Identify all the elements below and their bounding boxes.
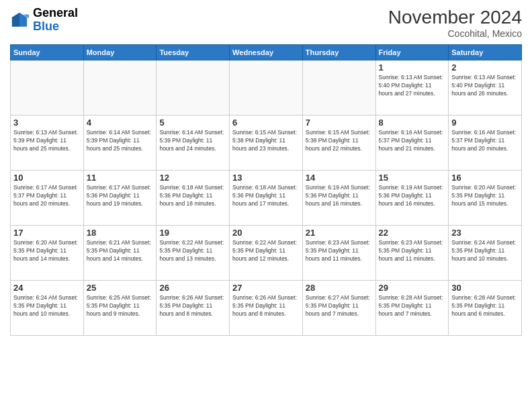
- day-cell: 2Sunrise: 6:13 AM Sunset: 5:40 PM Daylig…: [449, 60, 522, 116]
- day-cell: 17Sunrise: 6:20 AM Sunset: 5:35 PM Dayli…: [11, 226, 84, 281]
- header-thursday: Thursday: [302, 45, 375, 60]
- day-info: Sunrise: 6:22 AM Sunset: 5:35 PM Dayligh…: [159, 239, 226, 263]
- day-cell: 19Sunrise: 6:22 AM Sunset: 5:35 PM Dayli…: [157, 226, 230, 281]
- day-info: Sunrise: 6:26 AM Sunset: 5:35 PM Dayligh…: [159, 294, 226, 318]
- day-cell: 28Sunrise: 6:27 AM Sunset: 5:35 PM Dayli…: [302, 281, 375, 336]
- day-number: 7: [306, 118, 373, 128]
- day-number: 15: [379, 173, 446, 183]
- day-cell: 26Sunrise: 6:26 AM Sunset: 5:35 PM Dayli…: [157, 281, 230, 336]
- day-cell: 1Sunrise: 6:13 AM Sunset: 5:40 PM Daylig…: [375, 60, 449, 116]
- header-wednesday: Wednesday: [230, 45, 303, 60]
- page: General Blue November 2024 Cocohital, Me…: [0, 0, 532, 411]
- day-number: 22: [379, 228, 446, 238]
- title-section: November 2024 Cocohital, Mexico: [388, 7, 522, 39]
- logo-general: General: [33, 7, 78, 20]
- day-cell: [11, 60, 84, 116]
- day-number: 2: [451, 62, 519, 73]
- day-info: Sunrise: 6:27 AM Sunset: 5:35 PM Dayligh…: [306, 294, 373, 318]
- day-cell: [302, 60, 375, 116]
- day-cell: 22Sunrise: 6:23 AM Sunset: 5:35 PM Dayli…: [375, 226, 449, 281]
- day-number: 6: [232, 118, 300, 128]
- day-cell: 20Sunrise: 6:22 AM Sunset: 5:35 PM Dayli…: [230, 226, 303, 281]
- day-number: 27: [232, 283, 300, 293]
- day-number: 11: [87, 173, 154, 183]
- header-row: SundayMondayTuesdayWednesdayThursdayFrid…: [11, 45, 522, 60]
- week-row-1: 1Sunrise: 6:13 AM Sunset: 5:40 PM Daylig…: [11, 60, 522, 116]
- day-number: 3: [13, 118, 81, 128]
- day-number: 20: [232, 228, 300, 238]
- day-cell: 5Sunrise: 6:14 AM Sunset: 5:39 PM Daylig…: [157, 116, 230, 171]
- day-info: Sunrise: 6:28 AM Sunset: 5:35 PM Dayligh…: [379, 294, 446, 318]
- day-number: 28: [306, 283, 373, 293]
- day-cell: 24Sunrise: 6:24 AM Sunset: 5:35 PM Dayli…: [11, 281, 84, 336]
- day-cell: 16Sunrise: 6:20 AM Sunset: 5:35 PM Dayli…: [449, 171, 522, 226]
- day-info: Sunrise: 6:17 AM Sunset: 5:36 PM Dayligh…: [87, 184, 154, 208]
- week-row-5: 24Sunrise: 6:24 AM Sunset: 5:35 PM Dayli…: [11, 281, 522, 336]
- day-info: Sunrise: 6:13 AM Sunset: 5:39 PM Dayligh…: [13, 129, 81, 153]
- day-number: 13: [232, 173, 300, 183]
- day-number: 26: [159, 283, 226, 293]
- day-cell: 7Sunrise: 6:15 AM Sunset: 5:38 PM Daylig…: [302, 116, 375, 171]
- header-monday: Monday: [83, 45, 157, 60]
- day-info: Sunrise: 6:15 AM Sunset: 5:38 PM Dayligh…: [306, 129, 373, 153]
- day-number: 5: [159, 118, 226, 128]
- day-info: Sunrise: 6:15 AM Sunset: 5:38 PM Dayligh…: [232, 129, 300, 153]
- day-cell: 29Sunrise: 6:28 AM Sunset: 5:35 PM Dayli…: [375, 281, 449, 336]
- month-title: November 2024: [388, 7, 522, 28]
- day-cell: 10Sunrise: 6:17 AM Sunset: 5:37 PM Dayli…: [11, 171, 84, 226]
- day-info: Sunrise: 6:22 AM Sunset: 5:35 PM Dayligh…: [232, 239, 300, 263]
- week-row-4: 17Sunrise: 6:20 AM Sunset: 5:35 PM Dayli…: [11, 226, 522, 281]
- day-info: Sunrise: 6:18 AM Sunset: 5:36 PM Dayligh…: [232, 184, 300, 208]
- header: General Blue November 2024 Cocohital, Me…: [10, 7, 522, 39]
- day-info: Sunrise: 6:23 AM Sunset: 5:35 PM Dayligh…: [379, 239, 446, 263]
- day-number: 8: [379, 118, 446, 128]
- location: Cocohital, Mexico: [388, 28, 522, 39]
- day-number: 9: [451, 118, 519, 128]
- day-number: 19: [159, 228, 226, 238]
- day-info: Sunrise: 6:19 AM Sunset: 5:36 PM Dayligh…: [306, 184, 373, 208]
- day-cell: 14Sunrise: 6:19 AM Sunset: 5:36 PM Dayli…: [302, 171, 375, 226]
- day-info: Sunrise: 6:19 AM Sunset: 5:36 PM Dayligh…: [379, 184, 446, 208]
- day-number: 1: [379, 62, 446, 73]
- svg-marker-1: [12, 13, 19, 27]
- day-info: Sunrise: 6:24 AM Sunset: 5:35 PM Dayligh…: [13, 294, 81, 318]
- day-info: Sunrise: 6:18 AM Sunset: 5:36 PM Dayligh…: [159, 184, 226, 208]
- day-number: 10: [13, 173, 81, 183]
- logo: General Blue: [10, 7, 78, 34]
- header-sunday: Sunday: [11, 45, 84, 60]
- day-cell: 6Sunrise: 6:15 AM Sunset: 5:38 PM Daylig…: [230, 116, 303, 171]
- day-cell: 25Sunrise: 6:25 AM Sunset: 5:35 PM Dayli…: [83, 281, 157, 336]
- day-cell: [157, 60, 230, 116]
- day-info: Sunrise: 6:14 AM Sunset: 5:39 PM Dayligh…: [159, 129, 226, 153]
- day-info: Sunrise: 6:23 AM Sunset: 5:35 PM Dayligh…: [306, 239, 373, 263]
- logo-icon: [10, 11, 29, 30]
- week-row-2: 3Sunrise: 6:13 AM Sunset: 5:39 PM Daylig…: [11, 116, 522, 171]
- calendar-header: SundayMondayTuesdayWednesdayThursdayFrid…: [11, 45, 522, 60]
- day-info: Sunrise: 6:17 AM Sunset: 5:37 PM Dayligh…: [13, 184, 81, 208]
- day-number: 14: [306, 173, 373, 183]
- day-cell: 30Sunrise: 6:28 AM Sunset: 5:35 PM Dayli…: [449, 281, 522, 336]
- calendar: SundayMondayTuesdayWednesdayThursdayFrid…: [10, 44, 522, 336]
- day-number: 25: [87, 283, 154, 293]
- day-info: Sunrise: 6:14 AM Sunset: 5:39 PM Dayligh…: [87, 129, 154, 153]
- day-info: Sunrise: 6:13 AM Sunset: 5:40 PM Dayligh…: [451, 74, 519, 98]
- day-cell: 18Sunrise: 6:21 AM Sunset: 5:35 PM Dayli…: [83, 226, 157, 281]
- header-tuesday: Tuesday: [157, 45, 230, 60]
- day-cell: [83, 60, 157, 116]
- day-number: 21: [306, 228, 373, 238]
- day-info: Sunrise: 6:26 AM Sunset: 5:35 PM Dayligh…: [232, 294, 300, 318]
- logo-text: General Blue: [33, 7, 78, 34]
- logo-blue: Blue: [33, 20, 78, 34]
- day-info: Sunrise: 6:28 AM Sunset: 5:35 PM Dayligh…: [451, 294, 519, 318]
- day-info: Sunrise: 6:24 AM Sunset: 5:35 PM Dayligh…: [451, 239, 519, 263]
- day-number: 16: [451, 173, 519, 183]
- day-number: 23: [451, 228, 519, 238]
- day-number: 18: [87, 228, 154, 238]
- day-info: Sunrise: 6:16 AM Sunset: 5:37 PM Dayligh…: [379, 129, 446, 153]
- day-cell: 27Sunrise: 6:26 AM Sunset: 5:35 PM Dayli…: [230, 281, 303, 336]
- header-friday: Friday: [375, 45, 449, 60]
- day-number: 17: [13, 228, 81, 238]
- day-cell: 4Sunrise: 6:14 AM Sunset: 5:39 PM Daylig…: [83, 116, 157, 171]
- day-cell: 15Sunrise: 6:19 AM Sunset: 5:36 PM Dayli…: [375, 171, 449, 226]
- day-cell: 9Sunrise: 6:16 AM Sunset: 5:37 PM Daylig…: [449, 116, 522, 171]
